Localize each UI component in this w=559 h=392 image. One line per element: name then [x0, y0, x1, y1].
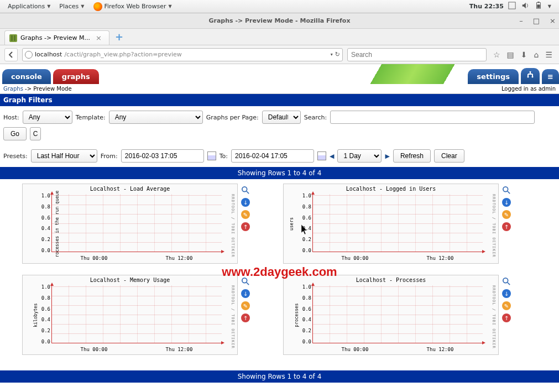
to-input[interactable]: [231, 149, 314, 163]
clear-button[interactable]: Clear: [434, 149, 464, 163]
edit-graph-icon[interactable]: ✎: [502, 301, 511, 310]
browser-search-box[interactable]: [347, 48, 487, 61]
console-tab[interactable]: console: [2, 69, 51, 84]
tab-close-button[interactable]: ×: [96, 34, 102, 42]
presets-select[interactable]: Last Half Hour: [31, 149, 97, 163]
refresh-button[interactable]: Refresh: [393, 149, 431, 163]
csv-export-icon[interactable]: ↓: [241, 198, 250, 207]
edit-graph-icon[interactable]: ✎: [502, 210, 511, 219]
browser-search-input[interactable]: [351, 51, 483, 59]
csv-export-icon[interactable]: ↓: [241, 289, 250, 298]
svg-point-4: [530, 71, 531, 73]
rrdtool-credit: RRDTOOL / TOBI OETIKER: [231, 285, 235, 349]
site-identity-icon[interactable]: [25, 51, 33, 59]
edit-graph-icon[interactable]: ✎: [241, 210, 250, 219]
downloads-icon[interactable]: ⬇: [521, 50, 527, 59]
y-ticks: 1.00.80.60.40.20.0: [297, 193, 311, 253]
desktop-top-bar: Applications ▼ Places ▼ Firefox Web Brow…: [0, 0, 559, 13]
graphs-tab[interactable]: graphs: [53, 69, 99, 84]
x-ticks: Thu 00:00Thu 12:00: [312, 255, 483, 261]
url-path: /cacti/graph_view.php?action=preview: [64, 51, 181, 58]
bookmark-star-icon[interactable]: ☆: [493, 50, 500, 59]
svg-point-5: [527, 76, 529, 78]
from-label: From:: [101, 153, 118, 160]
graph-image[interactable]: Localhost - Processes processes 1.00.80.…: [283, 275, 499, 355]
accessibility-icon[interactable]: [508, 2, 516, 11]
active-app[interactable]: Firefox Web Browser ▼: [89, 2, 176, 11]
shift-left-button[interactable]: ◀: [330, 153, 334, 160]
rows-banner-top: Showing Rows 1 to 4 of 4: [0, 167, 559, 179]
page-top-icon[interactable]: ↑: [502, 222, 511, 231]
applications-menu[interactable]: Applications ▼: [3, 3, 55, 10]
home-icon[interactable]: ⌂: [534, 50, 539, 59]
reader-view-icon[interactable]: ▤: [507, 50, 514, 59]
page-top-icon[interactable]: ↑: [241, 222, 250, 231]
zoom-icon[interactable]: [241, 186, 250, 195]
graph-image[interactable]: Localhost - Logged in Users users 1.00.8…: [283, 184, 499, 264]
graph-title: Localhost - Logged in Users: [284, 184, 498, 194]
back-button[interactable]: [4, 48, 18, 61]
rrdtool-credit: RRDTOOL / TOBI OETIKER: [492, 194, 496, 258]
search-label: Search:: [304, 114, 327, 121]
svg-line-8: [247, 191, 249, 194]
x-ticks: Thu 00:00Thu 12:00: [51, 347, 222, 352]
browser-tab[interactable]: Graphs -> Preview M... ×: [4, 30, 109, 45]
settings-tab[interactable]: settings: [468, 69, 519, 84]
places-menu[interactable]: Places ▼: [55, 3, 88, 10]
host-select[interactable]: Any: [23, 111, 72, 124]
svg-point-7: [242, 187, 247, 192]
page-top-icon[interactable]: ↑: [241, 313, 250, 322]
window-minimize-button[interactable]: –: [519, 17, 523, 25]
new-tab-button[interactable]: +: [115, 31, 123, 45]
search-input[interactable]: [330, 111, 535, 124]
filter-row-1: Host: Any Template: Any Graphs per Page:…: [0, 106, 559, 145]
edit-graph-icon[interactable]: ✎: [241, 301, 250, 310]
graph-image[interactable]: Localhost - Load Average rocesses in the…: [22, 184, 238, 264]
cacti-tab-bar: console graphs settings ≡: [0, 64, 559, 84]
volume-icon[interactable]: [521, 2, 529, 11]
from-calendar-icon[interactable]: [207, 151, 216, 160]
zoom-icon[interactable]: [502, 277, 511, 286]
window-close-button[interactable]: ×: [550, 17, 556, 25]
menu-icon[interactable]: ☰: [545, 50, 552, 59]
reload-button[interactable]: ↻: [335, 51, 340, 58]
window-maximize-button[interactable]: □: [533, 17, 540, 25]
address-bar[interactable]: localhost/cacti/graph_view.php?action=pr…: [22, 48, 343, 61]
csv-export-icon[interactable]: ↓: [502, 198, 511, 207]
rrdtool-credit: RRDTOOL / TOBI OETIKER: [492, 285, 496, 349]
gpp-label: Graphs per Page:: [206, 114, 259, 121]
user-menu-icon[interactable]: ▼: [548, 4, 551, 9]
graph-image[interactable]: Localhost - Memory Usage kilobytes 1.00.…: [22, 275, 238, 355]
rrdtool-credit: RRDTOOL / TOBI OETIKER: [231, 194, 235, 258]
history-dropdown-icon[interactable]: ▾: [331, 52, 333, 57]
host-label: Host:: [3, 114, 19, 121]
graph-filters-header: Graph Filters: [0, 94, 559, 106]
plot-area: [51, 285, 222, 343]
timespan-select[interactable]: 1 Day: [337, 149, 382, 163]
page-top-icon[interactable]: ↑: [502, 313, 511, 322]
clear-top-button[interactable]: C: [30, 127, 41, 140]
zoom-icon[interactable]: [502, 186, 511, 195]
y-ticks: 1.00.80.60.40.20.0: [36, 193, 50, 253]
shift-right-button[interactable]: ▶: [385, 153, 389, 160]
window-title: Graphs -> Preview Mode - Mozilla Firefox: [208, 17, 350, 24]
svg-line-14: [508, 283, 510, 285]
template-select[interactable]: Any: [109, 111, 203, 124]
template-label: Template:: [76, 114, 106, 121]
graph-cell-1: Localhost - Logged in Users users 1.00.8…: [283, 184, 511, 264]
window-titlebar: Graphs -> Preview Mode - Mozilla Firefox…: [0, 13, 559, 29]
y-ticks: 1.00.80.60.40.20.0: [36, 284, 50, 344]
tree-view-button[interactable]: [521, 68, 540, 84]
battery-icon[interactable]: [535, 2, 542, 11]
list-view-button[interactable]: ≡: [542, 69, 559, 84]
csv-export-icon[interactable]: ↓: [502, 289, 511, 298]
zoom-icon[interactable]: [241, 277, 250, 286]
cacti-logo-swoosh: [357, 64, 468, 84]
gpp-select[interactable]: Default: [262, 111, 301, 124]
breadcrumb-root[interactable]: Graphs: [3, 86, 23, 92]
from-input[interactable]: [121, 149, 204, 163]
to-calendar-icon[interactable]: [317, 151, 326, 160]
clock[interactable]: Thu 22:35: [465, 3, 508, 10]
svg-rect-2: [537, 2, 540, 3]
go-button[interactable]: Go: [3, 127, 27, 140]
